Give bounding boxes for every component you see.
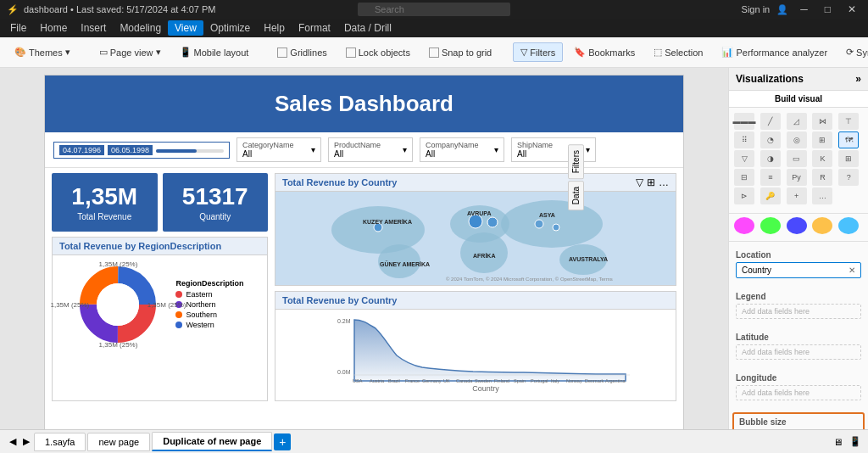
legend-placeholder[interactable]: Add data fields here [736, 304, 861, 319]
restore-button[interactable]: □ [820, 3, 836, 15]
svg-text:Brazil: Brazil [388, 378, 400, 383]
company-chevron: ▾ [494, 145, 498, 154]
page-view-button[interactable]: ▭ Page view ▾ [92, 42, 169, 62]
viz-waterfall[interactable]: ⊤ [838, 113, 859, 130]
menu-optimize[interactable]: Optimize [203, 20, 257, 36]
menu-format[interactable]: Format [292, 20, 337, 36]
canvas-side-tabs: Filters Data [568, 144, 584, 210]
viz-scatter[interactable]: ⠿ [734, 131, 754, 148]
bookmarks-button[interactable]: 🔖 Bookmarks [566, 42, 643, 62]
minimize-button[interactable]: ─ [795, 3, 813, 15]
longitude-placeholder[interactable]: Add data fields here [736, 385, 861, 400]
legend-label: Legend [736, 292, 861, 301]
product-filter[interactable]: ProductName All ▾ [328, 137, 413, 162]
donut-label-right: 1,35M (25%) [147, 301, 186, 309]
visualizations-panel: Visualizations » Build visual ▬▬▬ ╱ ◿ ⋈ … [728, 68, 868, 429]
company-filter[interactable]: CompanyName All ▾ [420, 137, 504, 162]
viz-funnel[interactable]: ▽ [734, 150, 754, 167]
viz-gauge[interactable]: ◑ [760, 150, 781, 167]
bar-chart-box: Total Revenue by Country 0.2M 0.0M [275, 291, 676, 401]
viz-card[interactable]: ▭ [787, 150, 807, 167]
map-filter-icon[interactable]: ▽ [636, 176, 643, 188]
viz-circle5[interactable] [838, 217, 859, 234]
svg-text:AVRUPA: AVRUPA [467, 210, 492, 216]
gridlines-checkbox[interactable] [277, 48, 287, 58]
viz-map[interactable]: 🗺 [838, 131, 859, 148]
svg-text:France: France [405, 378, 420, 383]
themes-button[interactable]: 🎨 Themes ▾ [7, 42, 78, 62]
search-input[interactable] [358, 3, 510, 16]
viz-treemap[interactable]: ⊞ [812, 131, 832, 148]
quantity-label: Quantity [180, 212, 252, 221]
category-filter[interactable]: CategoryName All ▾ [236, 137, 321, 162]
viz-r[interactable]: R [812, 169, 832, 186]
viz-circle2[interactable] [760, 217, 781, 234]
menu-help[interactable]: Help [257, 20, 292, 36]
perf-analyzer-button[interactable]: 📊 Performance analyzer [714, 42, 835, 62]
close-button[interactable]: ✕ [843, 3, 861, 15]
viz-qna[interactable]: ? [838, 169, 859, 186]
viz-donut[interactable]: ◎ [787, 131, 807, 148]
latitude-placeholder[interactable]: Add data fields here [736, 344, 861, 360]
viz-line-chart[interactable]: ╱ [760, 113, 781, 130]
svg-text:Italy: Italy [551, 378, 559, 383]
location-value-field[interactable]: Country ✕ [736, 262, 861, 278]
map-expand-icon[interactable]: ⊞ [647, 176, 655, 188]
location-remove-btn[interactable]: ✕ [849, 266, 855, 275]
date-slider[interactable] [156, 149, 224, 153]
panel-expand-icon[interactable]: » [855, 73, 861, 85]
viz-icons-grid2 [729, 217, 868, 238]
viz-circle4[interactable] [812, 217, 832, 234]
menu-data-drill[interactable]: Data / Drill [337, 20, 398, 36]
svg-text:Portugal: Portugal [531, 378, 548, 383]
date-filter[interactable]: 04.07.1996 06.05.1998 [53, 142, 230, 159]
snap-checkbox[interactable] [429, 48, 439, 58]
map-more-icon[interactable]: … [659, 176, 669, 188]
menu-insert[interactable]: Insert [74, 20, 113, 36]
tablet-icon: 📱 [849, 436, 861, 447]
snap-to-grid-button[interactable]: Snap to grid [421, 43, 499, 62]
svg-text:Austria: Austria [370, 378, 385, 383]
viz-pie[interactable]: ◔ [760, 131, 781, 148]
kpi-charts-row: 1,35M Total Revenue 51317 Quantity Total… [45, 168, 683, 406]
tab-1sayfa[interactable]: 1.sayfa [34, 433, 86, 451]
page-next-btn[interactable]: ▶ [20, 436, 32, 447]
viz-circle3[interactable] [787, 217, 807, 234]
menu-view[interactable]: View [168, 20, 203, 36]
data-side-tab[interactable]: Data [568, 181, 584, 210]
svg-text:0.0M: 0.0M [337, 369, 351, 375]
viz-circle1[interactable] [734, 217, 754, 234]
gridlines-button[interactable]: Gridlines [270, 43, 334, 62]
lock-checkbox[interactable] [346, 48, 356, 58]
viz-slicer[interactable]: ≡ [760, 169, 781, 186]
tab-duplicate[interactable]: Duplicate of new page [152, 432, 272, 451]
panel-header: Visualizations » [729, 68, 868, 91]
viz-kpi[interactable]: K [812, 150, 832, 167]
add-page-button[interactable]: + [274, 433, 291, 450]
svg-text:ASYA: ASYA [539, 212, 555, 218]
sync-slicers-button[interactable]: ⟳ Sync slicers [838, 42, 868, 62]
tab-new-page[interactable]: new page [87, 433, 150, 451]
menu-home[interactable]: Home [33, 20, 74, 36]
filters-side-tab[interactable]: Filters [568, 144, 584, 179]
viz-matrix[interactable]: ⊟ [734, 169, 754, 186]
mobile-layout-button[interactable]: 📱 Mobile layout [172, 42, 257, 62]
menu-file[interactable]: File [3, 20, 33, 36]
build-visual-tab[interactable]: Build visual [729, 91, 868, 107]
viz-key-influencers[interactable]: 🔑 [760, 187, 781, 204]
viz-area-chart[interactable]: ◿ [787, 113, 807, 130]
lock-objects-button[interactable]: Lock objects [338, 43, 418, 62]
viz-more[interactable]: … [812, 187, 832, 204]
filters-button[interactable]: ▽ Filters [513, 42, 563, 62]
quantity-kpi: 51317 Quantity [163, 173, 269, 232]
viz-python[interactable]: Py [787, 169, 807, 186]
viz-custom1[interactable]: + [787, 187, 807, 204]
selection-button[interactable]: ⬚ Selection [646, 42, 710, 62]
viz-bar-chart[interactable]: ▬▬▬ [734, 113, 754, 130]
viz-decomp-tree[interactable]: ⊳ [734, 187, 754, 204]
revenue-label: Total Revenue [69, 212, 141, 221]
viz-table[interactable]: ⊞ [838, 150, 859, 167]
viz-ribbon-chart[interactable]: ⋈ [812, 113, 832, 130]
page-prev-btn[interactable]: ◀ [7, 436, 19, 447]
menu-modeling[interactable]: Modeling [113, 20, 168, 36]
